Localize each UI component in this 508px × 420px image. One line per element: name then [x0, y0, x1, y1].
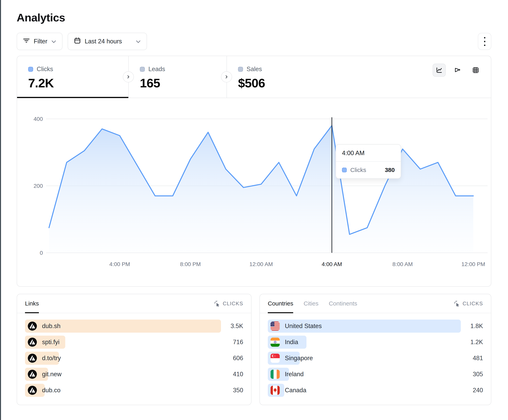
sales-tab-label: Sales — [247, 65, 262, 73]
svg-text:400: 400 — [34, 116, 43, 122]
countries-list: United States 1.8K India 1.2K Singapore … — [260, 313, 491, 397]
item-value: 1.2K — [461, 339, 483, 346]
expand-leads-button[interactable] — [221, 71, 232, 82]
list-item-git-new[interactable]: git.new 410 — [25, 368, 243, 381]
sort-label: CLICKS — [463, 301, 483, 307]
us-flag-icon — [270, 322, 280, 331]
tab-continents[interactable]: Continents — [329, 294, 357, 313]
svg-text:12:00 AM: 12:00 AM — [249, 261, 273, 267]
dub-logo-icon — [28, 386, 37, 395]
list-item-canada[interactable]: Canada 240 — [268, 384, 483, 397]
tab-links[interactable]: Links — [25, 294, 39, 313]
links-panel: Links CLICKS dub.sh 3.5K — [17, 294, 252, 405]
countries-panel: Countries Cities Continents CLICKS — [260, 294, 491, 405]
dub-logo-icon — [28, 386, 37, 395]
item-value: 3.5K — [221, 323, 243, 330]
filter-button-label: Filter — [34, 38, 47, 45]
list-item-dub-co[interactable]: dub.co 350 — [25, 384, 243, 397]
item-label: git.new — [42, 371, 61, 378]
list-item-singapore[interactable]: Singapore 481 — [268, 352, 483, 365]
funnel-icon — [454, 66, 461, 74]
toolbar: Filter Last 24 hours — [17, 33, 491, 50]
leads-tab-value: 165 — [140, 76, 226, 90]
item-value: 240 — [461, 387, 483, 394]
chevron-right-icon — [225, 75, 228, 79]
sales-legend-square — [238, 67, 243, 72]
list-item-united-states[interactable]: United States 1.8K — [268, 319, 483, 333]
tab-cities[interactable]: Cities — [304, 294, 318, 313]
item-label: Canada — [285, 387, 306, 394]
chevron-down-icon — [136, 38, 141, 45]
cursor-click-icon — [454, 300, 460, 307]
canada-flag-icon — [270, 386, 280, 395]
cities-tab-label: Cities — [304, 300, 318, 307]
list-item-dub-sh[interactable]: dub.sh 3.5K — [25, 319, 243, 333]
kebab-menu-icon — [484, 37, 486, 38]
svg-text:8:00 PM: 8:00 PM — [180, 261, 201, 267]
india-flag-icon — [270, 338, 280, 347]
clicks-area-chart[interactable]: 02004004:00 PM8:00 PM12:00 AM4:00 AM8:00… — [17, 98, 491, 286]
item-label: d.to/try — [42, 355, 61, 362]
ireland-flag-icon — [270, 370, 280, 379]
tooltip-time: 4:00 AM — [336, 145, 401, 162]
india-flag-icon — [270, 338, 280, 347]
united-states-flag-icon — [270, 322, 280, 331]
funnel-view-button[interactable] — [451, 64, 464, 77]
svg-text:12:00 PM: 12:00 PM — [461, 261, 485, 267]
chart-tooltip: 4:00 AM Clicks 380 — [336, 144, 401, 179]
expand-clicks-button[interactable] — [123, 71, 134, 82]
item-value: 481 — [461, 355, 483, 362]
ireland-flag-icon — [270, 370, 280, 379]
svg-text:0: 0 — [40, 250, 43, 256]
item-value: 606 — [221, 355, 243, 362]
leads-tab-label: Leads — [148, 65, 165, 73]
line-chart-view-button[interactable] — [433, 64, 446, 77]
chart-canvas: 02004004:00 PM8:00 PM12:00 AM4:00 AM8:00… — [17, 98, 491, 286]
sort-label: CLICKS — [223, 301, 243, 307]
item-label: India — [285, 339, 298, 346]
item-value: 716 — [221, 339, 243, 346]
dub-logo-icon — [28, 354, 37, 363]
canada-flag-icon — [270, 386, 280, 395]
countries-tab-label: Countries — [268, 300, 293, 307]
table-grid-icon — [472, 66, 479, 74]
item-value: 350 — [221, 387, 243, 394]
dub-logo-icon — [28, 370, 37, 379]
item-label: Singapore — [285, 355, 313, 362]
more-options-button[interactable] — [478, 33, 491, 50]
item-label: dub.sh — [42, 323, 60, 330]
links-tab-label: Links — [25, 300, 39, 307]
list-item-spti-fyi[interactable]: spti.fyi 716 — [25, 336, 243, 349]
tooltip-legend-square — [342, 168, 347, 172]
tab-countries[interactable]: Countries — [268, 294, 293, 313]
tab-leads[interactable]: Leads 165 — [128, 56, 226, 98]
table-view-button[interactable] — [469, 64, 482, 77]
item-label: spti.fyi — [42, 339, 60, 346]
singapore-flag-icon — [270, 354, 280, 363]
svg-text:8:00 AM: 8:00 AM — [392, 261, 413, 267]
chevron-right-icon — [127, 75, 130, 79]
dub-logo-icon — [28, 338, 37, 347]
clicks-tab-value: 7.2K — [28, 76, 128, 90]
analytics-page: Analytics Filter Last 24 hours — [0, 0, 508, 405]
filter-button[interactable]: Filter — [17, 33, 62, 50]
dub-logo-icon — [28, 370, 37, 379]
breakdown-panels: Links CLICKS dub.sh 3.5K — [17, 294, 491, 405]
clicks-legend-square — [28, 67, 33, 72]
item-label: United States — [285, 323, 322, 330]
links-list: dub.sh 3.5K spti.fyi 716 d.to/try 606 — [17, 313, 251, 397]
date-range-button[interactable]: Last 24 hours — [68, 33, 147, 50]
list-item-ireland[interactable]: Ireland 305 — [268, 368, 483, 381]
tab-clicks[interactable]: Clicks 7.2K — [17, 56, 128, 98]
item-value: 305 — [461, 371, 483, 378]
links-sort-by-clicks[interactable]: CLICKS — [214, 300, 243, 307]
dub-logo-icon — [28, 322, 37, 331]
line-chart-icon — [436, 66, 443, 74]
list-item-d-to-try[interactable]: d.to/try 606 — [25, 352, 243, 365]
tab-sales[interactable]: Sales $506 — [226, 56, 491, 98]
filter-lines-icon — [23, 37, 30, 46]
analytics-card: Clicks 7.2K Leads 165 Sales $506 — [17, 56, 491, 287]
chevron-down-icon — [51, 38, 56, 45]
list-item-india[interactable]: India 1.2K — [268, 336, 483, 349]
countries-sort-by-clicks[interactable]: CLICKS — [454, 300, 483, 307]
